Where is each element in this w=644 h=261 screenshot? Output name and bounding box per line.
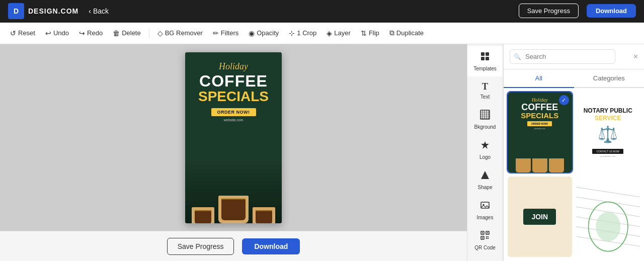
cup-center	[218, 196, 249, 223]
toolbar-layer[interactable]: ◈ Layer	[323, 27, 355, 39]
app-container: D DESIGN.COM ‹ Back Save Progress Downlo…	[0, 0, 644, 261]
back-chevron-icon: ‹	[89, 7, 91, 15]
duplicate-icon: ⧉	[389, 29, 394, 37]
tpl-coffee-website: website.com	[534, 127, 545, 130]
tpl-join-badge: JOIN	[523, 209, 556, 225]
layer-icon: ◈	[327, 29, 332, 37]
svg-point-34	[596, 212, 620, 241]
svg-marker-13	[481, 171, 489, 179]
bottom-actions: Save Progress Download	[0, 231, 467, 261]
undo-icon: ↩	[45, 29, 51, 37]
toolbar-undo[interactable]: ↩ Undo	[41, 27, 73, 39]
tpl-coffee-coffee: COFFEE	[521, 103, 558, 112]
text-label: Text	[480, 94, 490, 100]
mini-cup-3	[549, 158, 564, 172]
templates-grid: Holiday COFFEE SPECIALS ORDER NOW! websi…	[504, 88, 644, 261]
back-button[interactable]: ‹ Back	[89, 7, 109, 15]
abstract-svg	[576, 177, 640, 257]
delete-label: Delete	[122, 29, 141, 37]
sidebar-icons: Templates T Text	[467, 44, 503, 261]
shape-icon	[480, 170, 490, 183]
card-website-text: website.com	[224, 118, 244, 122]
template-card-abstract[interactable]	[576, 177, 640, 257]
card-holiday-text: Holiday	[219, 61, 248, 72]
tpl-join-inner: JOIN	[508, 177, 572, 257]
save-progress-button[interactable]: Save Progress	[519, 4, 579, 18]
toolbar-crop[interactable]: ⊹ 1 Crop	[285, 27, 320, 39]
tpl-notary-inner: NOTARY PUBLIC SERVICE ⚖️ CONTACT US NOW …	[576, 92, 640, 172]
right-panel: × All Categories Holiday COFFEE SPECIALS…	[503, 44, 644, 261]
save-progress-bottom-button[interactable]: Save Progress	[167, 238, 234, 255]
duplicate-label: Duplicate	[396, 29, 424, 37]
filters-label: Filters	[221, 29, 238, 37]
template-card-coffee[interactable]: Holiday COFFEE SPECIALS ORDER NOW! websi…	[508, 92, 572, 172]
sidebar-item-logo[interactable]: Logo	[467, 135, 503, 165]
tab-categories[interactable]: Categories	[574, 69, 645, 87]
sidebar-item-qr-code[interactable]: QR Code	[467, 225, 503, 255]
cup-right	[253, 207, 275, 223]
toolbar-flip[interactable]: ⇅ Flip	[357, 27, 383, 39]
layer-label: Layer	[334, 29, 351, 37]
undo-label: Undo	[53, 29, 69, 37]
brand-name: DESIGN.COM	[28, 7, 78, 15]
reset-label: Reset	[18, 29, 35, 37]
toolbar-redo[interactable]: ↪ Redo	[75, 27, 107, 39]
text-icon: T	[482, 81, 488, 92]
reset-icon: ↺	[10, 29, 16, 37]
toolbar-delete[interactable]: 🗑 Delete	[109, 27, 145, 39]
bg-remover-icon: ◇	[157, 29, 163, 37]
svg-rect-2	[481, 57, 485, 60]
images-label: Images	[477, 215, 494, 220]
toolbar: ↺ Reset ↩ Undo ↪ Redo 🗑 Delete ◇ BG Remo…	[0, 23, 644, 44]
svg-rect-25	[488, 238, 489, 239]
canvas-area: Holiday COFFEE SPECIALS ORDER NOW! websi…	[0, 44, 467, 261]
toolbar-opacity[interactable]: ◉ Opacity	[245, 27, 283, 39]
template-card-notary[interactable]: NOTARY PUBLIC SERVICE ⚖️ CONTACT US NOW …	[576, 92, 640, 172]
svg-rect-4	[480, 110, 490, 119]
sidebar-item-images[interactable]: Images	[467, 195, 503, 225]
tpl-coffee-cups	[516, 158, 564, 172]
logo-label: Logo	[479, 154, 491, 160]
toolbar-reset[interactable]: ↺ Reset	[6, 27, 39, 39]
tab-all[interactable]: All	[504, 69, 574, 88]
download-button-nav[interactable]: Download	[587, 4, 636, 18]
filters-icon: ✏	[213, 29, 219, 37]
card-specials-text: SPECIALS	[198, 89, 269, 105]
sidebar-item-bkground[interactable]: Bkground	[467, 105, 503, 135]
svg-rect-20	[487, 232, 488, 233]
mini-cup-1	[516, 158, 531, 172]
search-input[interactable]	[510, 49, 615, 64]
tpl-coffee-order: ORDER NOW!	[527, 121, 552, 126]
redo-icon: ↪	[79, 29, 85, 37]
tpl-notary-title2: SERVICE	[595, 115, 621, 122]
canvas-card-inner: Holiday COFFEE SPECIALS ORDER NOW! websi…	[185, 52, 282, 223]
qr-code-label: QR Code	[474, 245, 496, 250]
tpl-notary-title1: NOTARY PUBLIC	[584, 107, 632, 114]
tpl-notary-scale-icon: ⚖️	[598, 125, 618, 144]
template-selected-check: ✓	[559, 95, 569, 105]
logo-sidebar-icon	[480, 140, 490, 152]
search-clear-icon[interactable]: ×	[633, 53, 638, 61]
qr-code-icon	[480, 230, 490, 243]
templates-label: Templates	[473, 66, 497, 71]
template-card-join[interactable]: JOIN	[508, 177, 572, 257]
toolbar-filters[interactable]: ✏ Filters	[209, 27, 243, 39]
templates-icon	[480, 51, 490, 64]
content-row: Holiday COFFEE SPECIALS ORDER NOW! websi…	[0, 44, 644, 261]
logo-icon: D	[8, 3, 24, 19]
flip-label: Flip	[369, 29, 379, 37]
tpl-coffee-specials: SPECIALS	[521, 112, 558, 119]
sidebar-item-text[interactable]: T Text	[467, 76, 503, 105]
bkground-label: Bkground	[474, 124, 496, 130]
toolbar-duplicate[interactable]: ⧉ Duplicate	[385, 27, 428, 39]
top-navbar: D DESIGN.COM ‹ Back Save Progress Downlo…	[0, 0, 644, 23]
svg-rect-0	[481, 52, 485, 56]
flip-icon: ⇅	[361, 29, 367, 37]
svg-rect-23	[488, 236, 489, 237]
sidebar-item-shape[interactable]: Shape	[467, 165, 503, 195]
shape-label: Shape	[478, 185, 493, 190]
sidebar-item-templates[interactable]: Templates	[467, 46, 503, 76]
download-bottom-button[interactable]: Download	[242, 238, 300, 254]
card-order-text: ORDER NOW!	[211, 108, 256, 116]
toolbar-bg-remover[interactable]: ◇ BG Remover	[153, 27, 207, 39]
